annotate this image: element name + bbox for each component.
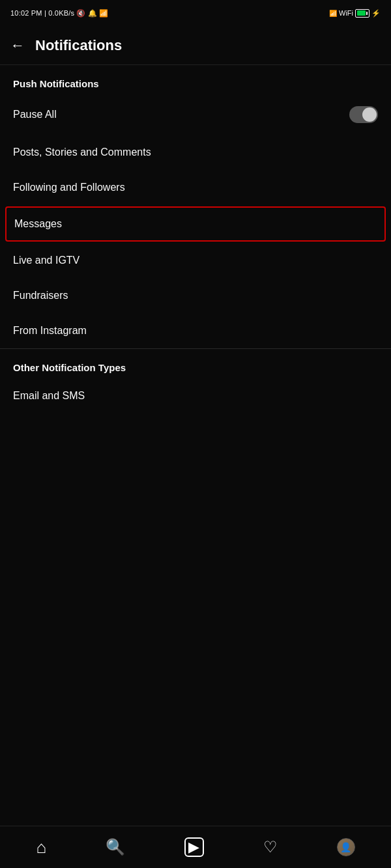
posts-stories-label: Posts, Stories and Comments (13, 147, 151, 158)
page-title: Notifications (35, 37, 122, 54)
search-icon: 🔍 (106, 838, 125, 856)
messages-item[interactable]: Messages (5, 206, 386, 242)
live-igtv-label: Live and IGTV (13, 255, 80, 266)
home-icon: ⌂ (36, 837, 46, 858)
pause-all-toggle[interactable] (349, 106, 378, 123)
following-followers-label: Following and Followers (13, 182, 125, 193)
nav-reels[interactable]: ▶ (174, 832, 214, 862)
messages-label: Messages (14, 218, 62, 230)
from-instagram-item[interactable]: From Instagram (0, 313, 391, 348)
email-sms-item[interactable]: Email and SMS (0, 378, 391, 413)
app-bar: ← Notifications (0, 26, 391, 65)
other-notifications-label: Other Notification Types (0, 349, 391, 378)
pause-all-item[interactable]: Pause All (0, 94, 391, 135)
status-bar-right: 📶 WiFi ⚡ (329, 9, 381, 18)
pause-all-label: Pause All (13, 109, 57, 120)
status-bar-time-network: 10:02 PM | 0.0KB/s 🔇 🔔 📶 (10, 9, 109, 18)
profile-avatar: 👤 (337, 838, 355, 856)
from-instagram-label: From Instagram (13, 325, 87, 337)
nav-profile[interactable]: 👤 (326, 833, 366, 861)
live-igtv-item[interactable]: Live and IGTV (0, 243, 391, 278)
following-followers-item[interactable]: Following and Followers (0, 170, 391, 205)
heart-icon: ♡ (263, 838, 278, 856)
pause-all-toggle-container (349, 106, 378, 123)
bottom-navigation: ⌂ 🔍 ▶ ♡ 👤 (0, 826, 391, 868)
reels-icon: ▶ (184, 837, 204, 857)
nav-search[interactable]: 🔍 (95, 833, 136, 861)
posts-stories-item[interactable]: Posts, Stories and Comments (0, 135, 391, 170)
bolt-icon: ⚡ (371, 9, 381, 18)
push-notifications-label: Push Notifications (0, 65, 391, 94)
toggle-knob (362, 107, 377, 122)
status-bar: 10:02 PM | 0.0KB/s 🔇 🔔 📶 📶 WiFi ⚡ (0, 0, 391, 26)
back-button[interactable]: ← (10, 37, 25, 54)
email-sms-label: Email and SMS (13, 390, 85, 402)
fundraisers-item[interactable]: Fundraisers (0, 278, 391, 313)
nav-home[interactable]: ⌂ (25, 832, 57, 863)
content-area: Push Notifications Pause All Posts, Stor… (0, 65, 391, 456)
signal-bars-icon: 📶 (329, 10, 337, 17)
nav-activity[interactable]: ♡ (253, 833, 288, 861)
battery-icon (355, 9, 369, 18)
fundraisers-label: Fundraisers (13, 290, 68, 301)
wifi-icon: WiFi (339, 9, 353, 17)
